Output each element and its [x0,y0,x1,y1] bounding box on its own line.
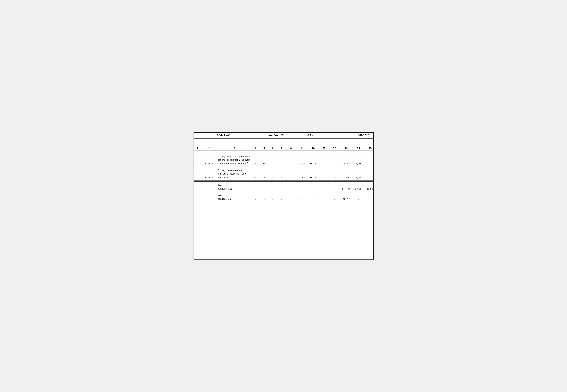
cell-row5-col3: То же, сечением до 6кв.мм с количест-вом… [218,169,251,179]
spacer [194,139,373,144]
cell-row4-col7: - [277,162,286,165]
cell-row4-col5: I8 [260,162,269,165]
cell-row4-col9: 0,78 [296,162,308,165]
summary3-col10: - [308,188,319,191]
col-header-3: 3 [218,147,251,150]
cell-row4-col10: 0,36 [308,162,319,165]
cell-row5-col1: 5 [194,176,201,179]
cell-row4-col12: - [329,162,340,165]
summary-row-3: Итого по разделу III - - - - - - - - - I… [194,182,373,192]
header-album: альбом 10 [250,134,302,137]
col-header-7: 7 [277,147,286,150]
summary2-col15: - [365,198,376,201]
summary2-col9: - [296,198,308,201]
cell-row4-col2: 8-I604 [201,162,218,165]
col-header-4: 4 [251,147,260,150]
summary3-col6: - [269,188,277,191]
col-header-14: I4 [353,147,365,150]
col-header-6: 6 [269,147,277,150]
summary-row-2: Итого по разделу II - - - - - - - - - 62… [194,192,373,204]
document-page: 904-I-48 альбом 10 -74- 8066/10 === ====… [194,132,374,260]
header-doc-number: 904-I-48 [198,134,250,137]
col-header-8: 8 [286,147,296,150]
summary2-col7: - [277,198,286,201]
summary3-col4: - [251,188,260,191]
summary2-col4: - [251,198,260,201]
cell-row5-col5: 4 [260,176,269,179]
table-row: 5 8-I609 То же, сечением до 6кв.мм с кол… [194,166,373,180]
cell-row4-col13: I4,04 [340,162,353,165]
col-header-1: I [194,147,201,150]
summary2-col11: - [319,198,329,201]
cell-row4-col3: То же, для контрольно-го кабеля сечением… [218,155,251,165]
header-ref-number: 8066/10 [317,134,369,137]
cell-row5-col2: 8-I609 [201,176,218,179]
cell-row4-col14: 6,48 [353,162,365,165]
cell-row5-col13: 3,52 [340,176,353,179]
summary3-col14: 47,68 [353,188,365,191]
table-row: 4 8-I604 То же, для контрольно-го кабеля… [194,153,373,166]
document-header: 904-I-48 альбом 10 -74- 8066/10 [194,133,373,139]
cell-row5-col7: - [277,176,286,179]
col-header-11: II [319,147,329,150]
summary2-col6: - [269,198,277,201]
summary2-col13: 62,82 [340,198,353,201]
summary3-col5: - [260,188,269,191]
ref-number-text: 8066/10 [358,134,369,137]
doc-number-text: 904-I-48 [217,134,230,137]
cell-row5-col4: шт [251,176,260,179]
col-header-13: I3 [340,147,353,150]
cell-row5-col10: 0,39 [308,176,319,179]
col-header-2: 2 [201,147,218,150]
cell-row4-col11: - [319,162,329,165]
cell-row4-col1: 4 [194,162,201,165]
summary2-col14: - [353,198,365,201]
cell-row5-col8: - [286,176,296,179]
summary2-col5: - [260,198,269,201]
summary3-col11: - [319,188,329,191]
cell-row4-col6: - [269,162,277,165]
cell-row4-col8: - [286,162,296,165]
summary3-col8: - [286,188,296,191]
page-number-text: -74- [306,134,313,137]
bottom-spacer [194,204,373,208]
cell-row5-col12: - [329,176,340,179]
album-text: альбом 10 [269,134,284,137]
summary3-col7: - [277,188,286,191]
col-header-15: I5 [365,147,376,150]
col-header-9: 9 [296,147,308,150]
cell-row5-col14: I,56 [353,176,365,179]
summary2-col8: - [286,198,296,201]
summary2-col10: - [308,198,319,201]
wavy-separator-top [194,151,373,153]
wavy-separator-mid [194,180,373,182]
cell-row4-col15: - [365,162,376,165]
summary2-col12: - [329,198,340,201]
summary3-col13: II6,08 [340,188,353,191]
cell-row5-col6: - [269,176,277,179]
col-header-5: 5 [260,147,269,150]
cell-row5-col15: - [365,176,376,179]
decoration-line-1: === ========= =========== ==== ===== ===… [194,144,373,146]
summary3-col9: - [296,188,308,191]
summary2-label: Итого по разделу II [218,194,251,201]
column-headers-row: I 2 3 4 5 6 7 8 9 IO II I2 I3 I4 I5 [194,146,373,151]
cell-row4-col4: шт [251,162,260,165]
col-header-10: IO [308,147,319,150]
cell-row5-col11: - [319,176,329,179]
summary3-col15: 0,2I [365,188,376,191]
summary3-col12: - [329,188,340,191]
summary3-label: Итого по разделу III [218,184,251,191]
cell-row5-col9: 0,88 [296,176,308,179]
col-header-12: I2 [329,147,340,150]
header-page-number: -74- [302,134,317,137]
